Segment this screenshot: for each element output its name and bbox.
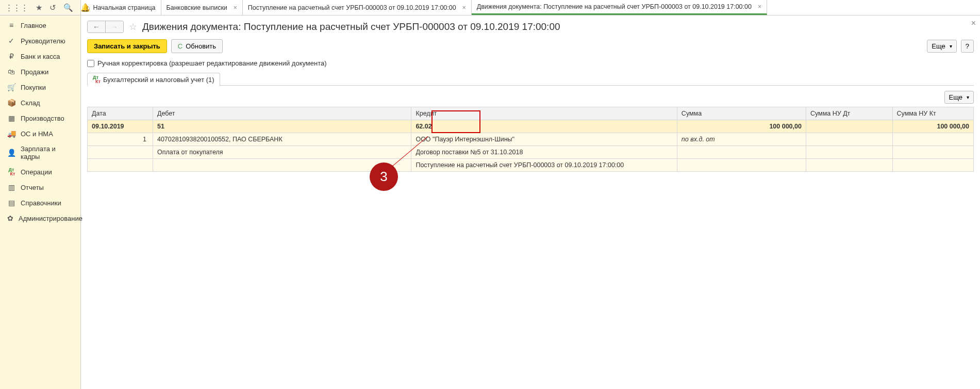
home-icon: ⌂ <box>86 4 90 11</box>
system-icons: ⋮⋮⋮ ★ ↺ 🔍 🔔 <box>0 0 81 15</box>
cell <box>677 159 806 172</box>
cell <box>892 146 973 159</box>
sidebar-item-operations[interactable]: ДтКтОперации <box>0 164 80 180</box>
refresh-button[interactable]: CОбновить <box>171 39 223 53</box>
sidebar-item-stock[interactable]: 📦Склад <box>0 95 80 110</box>
sidebar-item-catalogs[interactable]: ▤Справочники <box>0 195 80 210</box>
cell-nukt: 100 000,00 <box>892 120 973 133</box>
more-label: Еще <box>949 93 962 101</box>
col-credit[interactable]: Кредит <box>411 107 677 120</box>
factory-icon: ▦ <box>7 114 15 122</box>
table-row[interactable]: 1 40702810938200100552, ПАО СБЕРБАНК ООО… <box>88 133 974 146</box>
content: × ← → ☆ Движения документа: Поступление … <box>81 15 980 389</box>
chart-icon: ✓ <box>7 37 15 45</box>
sidebar-item-production[interactable]: ▦Производство <box>0 110 80 126</box>
nav-buttons: ← → <box>87 21 124 33</box>
sidebar-item-manager[interactable]: ✓Руководителю <box>0 33 80 48</box>
table-row[interactable]: Оплата от покупателя Договор поставки №5… <box>88 146 974 159</box>
sidebar-item-sales[interactable]: 🛍Продажи <box>0 64 80 79</box>
sidebar-item-label: Руководителю <box>21 37 65 45</box>
tab-receipt[interactable]: Поступление на расчетный счет УРБП-00000… <box>243 0 472 15</box>
col-debit[interactable]: Дебет <box>153 107 411 120</box>
cell-credit: 62.02 <box>411 120 677 133</box>
dtkt-icon: ДтКт <box>7 168 15 176</box>
sidebar-item-reports[interactable]: ▥Отчеты <box>0 180 80 195</box>
tab-label: Начальная страница <box>93 4 156 11</box>
sidebar-item-label: Производство <box>21 115 64 122</box>
favorite-icon[interactable]: ☆ <box>129 21 137 33</box>
top-bar: ⋮⋮⋮ ★ ↺ 🔍 🔔 ⌂ Начальная страница Банковс… <box>0 0 980 15</box>
cell-credit-detail: ООО "Пауэр Интернэшнл-Шины" <box>411 133 677 146</box>
truck-icon: 🚚 <box>7 129 15 138</box>
cell-debit-detail: 40702810938200100552, ПАО СБЕРБАНК <box>153 133 411 146</box>
sidebar-item-label: Продажи <box>21 68 48 76</box>
sidebar-item-assets[interactable]: 🚚ОС и НМА <box>0 126 80 141</box>
star-icon[interactable]: ★ <box>36 3 42 12</box>
nav-back[interactable]: ← <box>88 21 105 33</box>
tab-home[interactable]: ⌂ Начальная страница <box>81 0 161 15</box>
chevron-down-icon: ▾ <box>967 94 969 100</box>
col-nudt[interactable]: Сумма НУ Дт <box>806 107 892 120</box>
close-icon[interactable]: × <box>758 3 761 10</box>
cell <box>892 133 973 146</box>
cell-debit-detail: Оплата от покупателя <box>153 146 411 159</box>
more-button[interactable]: Еще▾ <box>927 40 956 53</box>
table-row[interactable]: 09.10.2019 51 62.02 100 000,00 100 000,0… <box>88 120 974 133</box>
cell-debit: 51 <box>153 120 411 133</box>
bag-icon: 🛍 <box>7 68 15 76</box>
cart-icon: 🛒 <box>7 83 15 91</box>
tab-label: Движения документа: Поступление на расче… <box>477 3 752 10</box>
gear-icon: ✿ <box>7 214 13 222</box>
accounting-tab[interactable]: ДтКт Бухгалтерский и налоговый учет (1) <box>87 73 220 86</box>
sidebar-item-label: Операции <box>21 168 52 176</box>
sidebar-item-salary[interactable]: 👤Зарплата и кадры <box>0 141 80 164</box>
sidebar-item-bank[interactable]: ₽Банк и касса <box>0 48 80 64</box>
apps-icon[interactable]: ⋮⋮⋮ <box>5 3 28 12</box>
sidebar-item-purchases[interactable]: 🛒Покупки <box>0 79 80 95</box>
refresh-icon: C <box>178 42 182 50</box>
more-label: Еще <box>932 42 945 50</box>
cell <box>88 146 153 159</box>
sidebar-item-label: Отчеты <box>21 184 44 191</box>
help-button[interactable]: ? <box>961 40 974 53</box>
sidebar-item-label: Склад <box>21 99 40 107</box>
save-close-button[interactable]: Записать и закрыть <box>87 39 167 53</box>
table-row[interactable]: Поступление на расчетный счет УРБП-00000… <box>88 159 974 172</box>
dtkt-icon: ДтКт <box>93 75 101 84</box>
close-icon[interactable]: × <box>234 4 237 11</box>
refresh-label: Обновить <box>186 42 216 50</box>
search-icon[interactable]: 🔍 <box>63 3 73 12</box>
sidebar-item-label: Покупки <box>21 84 46 91</box>
cell <box>806 159 892 172</box>
tab-movements[interactable]: Движения документа: Поступление на расче… <box>472 0 767 15</box>
cell-sum: 100 000,00 <box>677 120 806 133</box>
cell-nudt <box>806 120 892 133</box>
close-page-icon[interactable]: × <box>971 19 976 28</box>
sidebar: ≡Главное ✓Руководителю ₽Банк и касса 🛍Пр… <box>0 15 81 389</box>
tab-bank-statements[interactable]: Банковские выписки × <box>161 0 243 15</box>
cell <box>677 146 806 159</box>
col-sum[interactable]: Сумма <box>677 107 806 120</box>
sidebar-item-main[interactable]: ≡Главное <box>0 18 80 33</box>
cell-credit-detail: Договор поставки №5 от 31.10.2018 <box>411 146 677 159</box>
sidebar-item-label: Справочники <box>21 199 61 207</box>
sidebar-item-label: Банк и касса <box>21 53 60 60</box>
nav-fwd[interactable]: → <box>105 21 123 33</box>
movements-table: Дата Дебет Кредит Сумма Сумма НУ Дт Сумм… <box>87 107 974 172</box>
cell-credit-detail: Поступление на расчетный счет УРБП-00000… <box>411 159 677 172</box>
sidebar-item-label: Главное <box>21 22 46 29</box>
cell <box>806 133 892 146</box>
manual-edit-label: Ручная корректировка (разрешает редактир… <box>97 59 327 67</box>
close-icon[interactable]: × <box>462 4 466 11</box>
cell <box>892 159 973 172</box>
col-nukt[interactable]: Сумма НУ Кт <box>892 107 973 120</box>
person-icon: 👤 <box>7 149 15 157</box>
bars-icon: ▥ <box>7 183 15 191</box>
accounting-tab-label: Бухгалтерский и налоговый учет (1) <box>103 76 214 84</box>
sidebar-item-admin[interactable]: ✿Администрирование <box>0 210 80 226</box>
chevron-down-icon: ▾ <box>950 43 952 49</box>
history-icon[interactable]: ↺ <box>49 3 56 12</box>
col-date[interactable]: Дата <box>88 107 153 120</box>
table-more-button[interactable]: Еще▾ <box>944 91 974 104</box>
manual-edit-checkbox[interactable] <box>87 60 94 67</box>
